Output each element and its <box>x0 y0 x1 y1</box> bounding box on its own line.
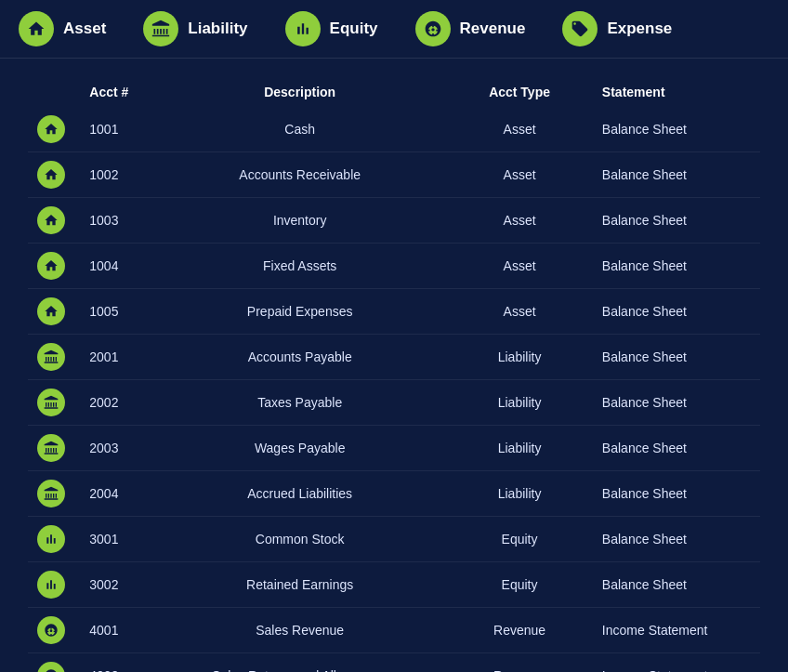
row-acct-type: Revenue <box>446 653 593 673</box>
table-row[interactable]: 3002 Retained Earnings Equity Balance Sh… <box>28 562 760 608</box>
row-acct-type: Asset <box>446 289 593 335</box>
tab-asset[interactable]: Asset <box>19 11 106 46</box>
row-statement: Balance Sheet <box>593 244 760 289</box>
table-row[interactable]: 2002 Taxes Payable Liability Balance She… <box>28 380 760 426</box>
row-statement: Balance Sheet <box>593 562 760 608</box>
row-acct-type: Liability <box>446 380 593 426</box>
row-icon-cell <box>28 380 80 426</box>
row-acct-num: 1001 <box>80 107 153 152</box>
equity-row-icon <box>37 571 65 599</box>
row-icon-cell <box>28 107 80 152</box>
row-description: Prepaid Expenses <box>153 289 446 335</box>
col-icon <box>28 77 80 107</box>
asset-tab-icon <box>19 11 54 46</box>
row-description: Inventory <box>153 198 446 244</box>
revenue-row-icon <box>37 662 65 672</box>
row-acct-type: Asset <box>446 198 593 244</box>
row-acct-num: 4002 <box>80 653 153 673</box>
row-statement: Balance Sheet <box>593 107 760 152</box>
equity-tab-icon <box>285 11 321 46</box>
row-description: Retained Earnings <box>153 562 446 608</box>
table-row[interactable]: 1004 Fixed Assets Asset Balance Sheet <box>28 244 760 289</box>
col-type: Acct Type <box>446 77 593 107</box>
table-header-row: Acct # Description Acct Type Statement <box>28 77 760 107</box>
asset-tab-label: Asset <box>63 20 106 38</box>
row-description: Common Stock <box>153 517 446 562</box>
liability-tab-icon <box>143 11 178 46</box>
row-acct-num: 2003 <box>80 426 153 471</box>
table-row[interactable]: 4001 Sales Revenue Revenue Income Statem… <box>28 608 760 653</box>
row-description: Cash <box>153 107 446 152</box>
row-acct-type: Liability <box>446 426 593 471</box>
accounts-table: Acct # Description Acct Type Statement 1… <box>28 77 760 672</box>
expense-tab-icon <box>562 11 598 46</box>
asset-row-icon <box>37 115 65 143</box>
row-icon-cell <box>28 244 80 289</box>
revenue-tab-label: Revenue <box>460 20 526 38</box>
tab-expense[interactable]: Expense <box>562 11 672 46</box>
table-row[interactable]: 2001 Accounts Payable Liability Balance … <box>28 335 760 380</box>
row-statement: Balance Sheet <box>593 380 760 426</box>
table-row[interactable]: 1005 Prepaid Expenses Asset Balance Shee… <box>28 289 760 335</box>
table-row[interactable]: 4002 Sales Returns and Allowances Revenu… <box>28 653 760 673</box>
row-statement: Balance Sheet <box>593 335 760 380</box>
row-statement: Balance Sheet <box>593 152 760 198</box>
row-icon-cell <box>28 335 80 380</box>
row-icon-cell <box>28 198 80 244</box>
row-acct-type: Asset <box>446 107 593 152</box>
row-icon-cell <box>28 517 80 562</box>
table-row[interactable]: 3001 Common Stock Equity Balance Sheet <box>28 517 760 562</box>
col-acct: Acct # <box>80 77 153 107</box>
liability-tab-label: Liability <box>188 20 247 38</box>
row-statement: Balance Sheet <box>593 289 760 335</box>
asset-row-icon <box>37 206 65 234</box>
equity-row-icon <box>37 525 65 553</box>
row-icon-cell <box>28 471 80 517</box>
table-row[interactable]: 2003 Wages Payable Liability Balance She… <box>28 426 760 471</box>
tab-equity[interactable]: Equity <box>285 11 378 46</box>
row-acct-type: Equity <box>446 517 593 562</box>
row-icon-cell <box>28 289 80 335</box>
row-statement: Income Statement <box>593 653 760 673</box>
expense-tab-label: Expense <box>607 20 672 38</box>
main-content: Acct # Description Acct Type Statement 1… <box>0 59 788 672</box>
row-acct-num: 1003 <box>80 198 153 244</box>
tab-revenue[interactable]: Revenue <box>415 11 526 46</box>
row-acct-num: 1005 <box>80 289 153 335</box>
liability-row-icon <box>37 343 65 371</box>
row-acct-num: 3001 <box>80 517 153 562</box>
liability-row-icon <box>37 389 65 416</box>
row-description: Taxes Payable <box>153 380 446 426</box>
row-acct-num: 4001 <box>80 608 153 653</box>
row-acct-type: Revenue <box>446 608 593 653</box>
row-acct-num: 1002 <box>80 152 153 198</box>
row-description: Accounts Payable <box>153 335 446 380</box>
table-row[interactable]: 1003 Inventory Asset Balance Sheet <box>28 198 760 244</box>
row-description: Fixed Assets <box>153 244 446 289</box>
row-statement: Balance Sheet <box>593 426 760 471</box>
row-description: Accrued Liabilities <box>153 471 446 517</box>
row-description: Sales Revenue <box>153 608 446 653</box>
row-icon-cell <box>28 562 80 608</box>
row-icon-cell <box>28 653 80 673</box>
row-statement: Balance Sheet <box>593 471 760 517</box>
row-acct-type: Liability <box>446 471 593 517</box>
row-acct-num: 2001 <box>80 335 153 380</box>
table-row[interactable]: 2004 Accrued Liabilities Liability Balan… <box>28 471 760 517</box>
row-icon-cell <box>28 152 80 198</box>
row-acct-num: 3002 <box>80 562 153 608</box>
row-acct-num: 1004 <box>80 244 153 289</box>
row-icon-cell <box>28 608 80 653</box>
col-stmt: Statement <box>593 77 760 107</box>
row-icon-cell <box>28 426 80 471</box>
header-tabs: Asset Liability Equity Revenue Expense <box>0 0 788 59</box>
row-acct-type: Asset <box>446 152 593 198</box>
row-statement: Income Statement <box>593 608 760 653</box>
row-statement: Balance Sheet <box>593 198 760 244</box>
table-row[interactable]: 1001 Cash Asset Balance Sheet <box>28 107 760 152</box>
tab-liability[interactable]: Liability <box>143 11 247 46</box>
table-row[interactable]: 1002 Accounts Receivable Asset Balance S… <box>28 152 760 198</box>
row-acct-type: Equity <box>446 562 593 608</box>
asset-row-icon <box>37 161 65 189</box>
asset-row-icon <box>37 297 65 325</box>
